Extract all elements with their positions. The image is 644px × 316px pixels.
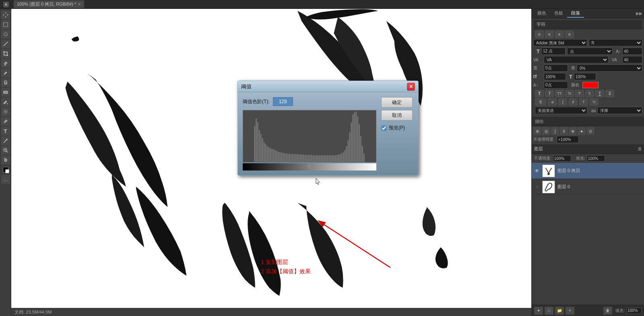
- align-center-btn[interactable]: ≡: [545, 31, 554, 38]
- bold-btn[interactable]: T: [535, 90, 544, 97]
- ri-btn-7[interactable]: ⊙: [586, 127, 594, 135]
- super-btn[interactable]: T': [575, 90, 584, 97]
- titling-btn[interactable]: ∂: [569, 98, 578, 106]
- delete-layer-btn[interactable]: 🗑: [603, 307, 612, 315]
- char-panel: 字符 ≡ ≡ ≡ ≡ Adobe 黑体 Std R: [532, 19, 644, 117]
- tool-eyedropper[interactable]: [1, 59, 10, 68]
- ri-btn-4[interactable]: ∂: [560, 127, 568, 135]
- language-select[interactable]: 美国英语: [535, 107, 587, 114]
- ri-btn-3[interactable]: ∫: [551, 127, 559, 135]
- canvas-tab[interactable]: 100% (图层 0 拷贝, RGB/8#) * ✕: [14, 0, 84, 8]
- smallcaps-btn[interactable]: Tt: [565, 90, 574, 97]
- svg-rect-30: [267, 146, 268, 162]
- fill-value[interactable]: [626, 308, 642, 314]
- align-justify-btn[interactable]: ≡: [565, 31, 574, 38]
- fi-btn[interactable]: fi: [535, 98, 546, 106]
- layer-item-0[interactable]: 👁 图层 0 拷贝: [532, 163, 644, 179]
- color-swatch[interactable]: [582, 82, 599, 88]
- tool-zoom[interactable]: [1, 146, 10, 155]
- tab-color[interactable]: 颜色: [533, 9, 550, 18]
- leading-input[interactable]: [622, 48, 642, 55]
- tool-type[interactable]: T: [1, 127, 10, 135]
- tool-hand[interactable]: [1, 156, 10, 164]
- tab-close-btn[interactable]: ✕: [78, 2, 81, 6]
- svg-rect-44: [289, 154, 290, 162]
- svg-rect-65: [322, 155, 324, 162]
- preview-checkbox[interactable]: [381, 125, 387, 131]
- align-right-btn[interactable]: ≡: [555, 31, 564, 38]
- window-control[interactable]: ■: [3, 2, 9, 7]
- threshold-input[interactable]: [273, 97, 293, 106]
- ri-btn-6[interactable]: ●: [578, 127, 586, 135]
- tool-stamp[interactable]: [1, 78, 10, 87]
- cancel-btn[interactable]: 取消: [381, 110, 413, 121]
- t-scale-input[interactable]: [574, 73, 596, 80]
- caps-btn[interactable]: TT: [555, 90, 564, 97]
- sub-btn[interactable]: T,: [585, 90, 594, 97]
- not-using-input[interactable]: [557, 136, 579, 143]
- svg-rect-36: [276, 151, 277, 162]
- tool-more[interactable]: …: [1, 175, 10, 184]
- vertical-scale-input[interactable]: [544, 64, 568, 72]
- new-layer-btn[interactable]: +: [566, 307, 574, 315]
- tool-blur[interactable]: [1, 107, 10, 116]
- threshold-label: 阈值色阶(T):: [243, 98, 270, 105]
- tool-brush[interactable]: [1, 69, 10, 77]
- layer-item-1[interactable]: 👁 图层 0: [532, 179, 644, 195]
- tab-swatches[interactable]: 色板: [550, 9, 567, 18]
- gradient-slider[interactable]: [243, 163, 376, 170]
- ordinal-btn[interactable]: ⌀: [548, 98, 557, 106]
- it-percent-input[interactable]: [544, 73, 566, 80]
- tool-magic-wand[interactable]: [1, 40, 10, 48]
- ri-btn-2[interactable]: ◎: [542, 127, 550, 135]
- strikethrough-btn[interactable]: T: [605, 90, 614, 97]
- left-toolbar: T …: [0, 9, 11, 316]
- threshold-dialog[interactable]: 阈值 ✕ 阈值色阶(T):: [237, 81, 419, 176]
- tool-pen[interactable]: [1, 117, 10, 126]
- group-btn[interactable]: 📁: [555, 307, 564, 315]
- layer-eye-0[interactable]: 👁: [534, 168, 540, 174]
- align-left-btn[interactable]: ≡: [535, 31, 544, 38]
- layers-menu-btn[interactable]: ☰: [638, 147, 642, 151]
- tool-lasso[interactable]: [1, 30, 10, 39]
- fill-input[interactable]: [587, 155, 605, 162]
- tool-path-select[interactable]: [1, 136, 10, 145]
- svg-rect-53: [303, 154, 304, 162]
- aa-select[interactable]: 浑厚: [597, 107, 642, 114]
- slider-thumb[interactable]: [307, 163, 312, 170]
- size-unit-select[interactable]: 点: [567, 48, 613, 55]
- tool-color-foreground[interactable]: [1, 165, 10, 174]
- tool-move[interactable]: [1, 10, 10, 19]
- ri-btn-5[interactable]: ⊗: [569, 127, 577, 135]
- ri-btn-1[interactable]: ⊕: [533, 127, 541, 135]
- baseline-input[interactable]: [544, 81, 568, 89]
- font-size-input[interactable]: [541, 48, 566, 55]
- opacity-input[interactable]: [553, 155, 571, 162]
- panel-expand-btn[interactable]: ▶▶: [636, 11, 642, 16]
- swash-btn[interactable]: ∫: [558, 98, 567, 106]
- tool-eraser[interactable]: [1, 88, 10, 97]
- kerning-select[interactable]: VA: [544, 56, 609, 63]
- tool-rectangle-select[interactable]: [1, 20, 10, 29]
- add-adjustment-btn[interactable]: ✦: [534, 307, 543, 315]
- layer-eye-1[interactable]: 👁: [534, 184, 540, 190]
- horizontal-scale-select[interactable]: 0%: [577, 64, 642, 72]
- font-style-select[interactable]: R: [589, 39, 643, 46]
- layers-list: 👁 图层 0 拷贝 👁: [532, 163, 644, 305]
- add-mask-btn[interactable]: □: [545, 307, 553, 315]
- italic-btn[interactable]: T: [545, 90, 554, 97]
- dialog-close-btn[interactable]: ✕: [407, 83, 415, 91]
- confirm-btn[interactable]: 确定: [381, 97, 413, 108]
- font-name-select[interactable]: Adobe 黑体 Std: [533, 39, 587, 46]
- tool-paint-bucket[interactable]: [1, 98, 10, 106]
- tab-paragraph[interactable]: 段落: [567, 9, 584, 18]
- calt-btn[interactable]: T: [579, 98, 588, 106]
- underline-btn[interactable]: T: [595, 90, 604, 97]
- svg-rect-55: [306, 155, 308, 162]
- svg-rect-83: [351, 123, 352, 162]
- frac-btn[interactable]: ½: [590, 98, 599, 106]
- svg-rect-67: [325, 155, 326, 162]
- tracking-input[interactable]: [622, 56, 642, 63]
- svg-rect-72: [333, 155, 334, 162]
- tool-crop[interactable]: [1, 49, 10, 58]
